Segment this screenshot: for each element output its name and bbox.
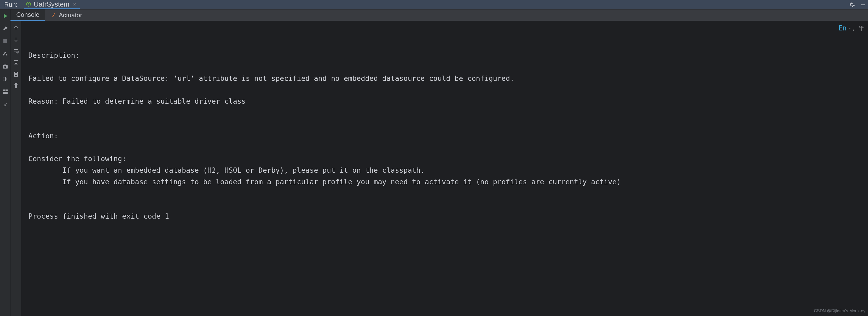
svg-point-6 [4, 66, 6, 68]
svg-point-4 [6, 54, 7, 56]
ime-indicator: En·, 半 [838, 23, 864, 34]
up-arrow-icon[interactable] [12, 25, 20, 31]
camera-icon[interactable] [2, 63, 9, 70]
rerun-icon[interactable] [2, 12, 9, 20]
console-output[interactable]: En·, 半 Description: Failed to configure … [22, 21, 868, 316]
watermark: CSDN @Dijkstra's Monk-ey [814, 308, 865, 314]
output-tabs: Console Actuator [10, 9, 868, 21]
tab-console[interactable]: Console [10, 9, 45, 21]
svg-rect-15 [14, 84, 18, 85]
actuator-icon [51, 12, 56, 18]
console-line: Description: Failed to configure a DataS… [28, 50, 861, 222]
scroll-to-end-icon[interactable] [12, 59, 20, 66]
svg-rect-14 [14, 75, 18, 77]
exit-icon[interactable] [2, 76, 9, 82]
run-tool-header: Run: UatrSystem × [0, 0, 868, 9]
svg-rect-9 [3, 89, 5, 91]
svg-rect-10 [5, 89, 8, 91]
svg-point-3 [3, 54, 4, 56]
tab-actuator[interactable]: Actuator [45, 9, 88, 21]
tab-console-label: Console [16, 11, 39, 18]
stop-icon[interactable] [2, 38, 9, 45]
pin-icon[interactable] [2, 101, 9, 108]
soft-wrap-icon[interactable] [12, 48, 20, 55]
svg-rect-1 [861, 4, 865, 5]
trash-icon[interactable] [12, 82, 20, 89]
run-config-tab[interactable]: UatrSystem × [24, 0, 80, 9]
svg-rect-12 [14, 72, 18, 73]
run-label: Run: [2, 1, 20, 8]
svg-rect-16 [15, 83, 17, 84]
layout-icon[interactable] [2, 88, 9, 95]
svg-rect-11 [3, 92, 8, 94]
wrench-icon[interactable] [2, 25, 9, 32]
console-toolbar [10, 21, 22, 316]
dump-threads-icon[interactable] [2, 50, 9, 57]
svg-rect-7 [4, 64, 6, 66]
minimize-icon[interactable] [860, 2, 866, 8]
spring-boot-icon [26, 2, 31, 7]
down-arrow-icon[interactable] [12, 36, 20, 43]
run-side-toolbar [0, 9, 10, 316]
run-config-name: UatrSystem [34, 0, 69, 8]
gear-icon[interactable] [849, 2, 855, 8]
close-icon[interactable]: × [73, 1, 76, 7]
tab-actuator-label: Actuator [59, 11, 82, 19]
print-icon[interactable] [12, 71, 20, 78]
